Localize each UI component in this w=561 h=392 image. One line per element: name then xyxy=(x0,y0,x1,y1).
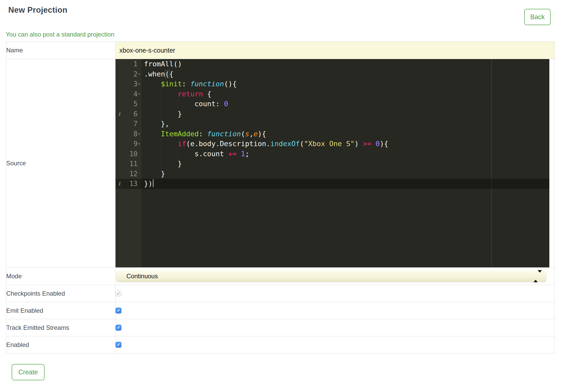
gutter-line: 12 xyxy=(116,169,141,179)
code-line: } xyxy=(141,159,549,169)
code-token: 0 xyxy=(224,100,228,108)
emit-enabled-label: Emit Enabled xyxy=(6,302,116,319)
line-number: 2 xyxy=(133,69,138,79)
code-token: >= xyxy=(363,140,371,148)
line-number: 4 xyxy=(133,89,138,99)
mode-label: Mode xyxy=(6,268,116,285)
gutter-line: 1 xyxy=(116,59,141,69)
code-token: count: xyxy=(144,100,224,108)
source-row: Source 12345i6789101112i13 fromAll().whe… xyxy=(6,59,555,268)
code-token: } xyxy=(144,110,182,118)
code-token: : xyxy=(199,130,207,138)
checkmark-icon: ✓ xyxy=(117,291,120,296)
code-token: }) xyxy=(144,180,153,188)
code-token: s xyxy=(245,130,249,138)
name-row: Name xyxy=(6,42,555,59)
line-number: 7 xyxy=(133,119,138,129)
editor-code-area[interactable]: fromAll().when({ $init: function(){ retu… xyxy=(141,59,549,267)
code-token xyxy=(144,90,178,98)
enabled-checkbox[interactable]: ✓ xyxy=(116,342,121,348)
source-code-editor[interactable]: 12345i6789101112i13 fromAll().when({ $in… xyxy=(116,59,549,267)
code-token xyxy=(144,80,161,88)
gutter-line: 5 xyxy=(116,99,141,109)
gutter-line: 3 xyxy=(116,79,141,89)
back-button[interactable]: Back xyxy=(524,9,551,25)
info-icon: i xyxy=(119,109,120,119)
standard-projection-link[interactable]: You can also post a standard projection xyxy=(6,31,114,38)
gutter-line: 7 xyxy=(116,119,141,129)
fold-arrow-icon[interactable] xyxy=(138,83,141,85)
gutter-line: 11 xyxy=(116,159,141,169)
code-token: fromAll() xyxy=(144,60,182,68)
name-input[interactable] xyxy=(116,42,555,59)
gutter-line: 4 xyxy=(116,89,141,99)
line-number: 9 xyxy=(133,139,138,149)
code-line: } xyxy=(141,169,549,179)
page-title: New Projection xyxy=(8,5,561,15)
code-line: return { xyxy=(141,89,549,99)
source-label: Source xyxy=(6,59,116,268)
code-token: "Xbox One S" xyxy=(304,140,355,148)
code-token: ( xyxy=(241,130,245,138)
track-emitted-streams-checkbox[interactable]: ✓ xyxy=(116,325,121,331)
select-arrows-icon xyxy=(534,270,542,282)
info-icon: i xyxy=(119,179,120,189)
code-token: ){ xyxy=(380,140,388,148)
line-number: 3 xyxy=(133,79,138,89)
code-token: 0 xyxy=(376,140,380,148)
code-token: indexOf xyxy=(270,140,300,148)
code-line: ItemAdded: function(s,e){ xyxy=(141,129,549,139)
fold-arrow-icon[interactable] xyxy=(138,73,141,75)
code-line: $init: function(){ xyxy=(141,79,549,89)
line-number: 12 xyxy=(130,169,138,179)
code-token: (e.body.Description. xyxy=(186,140,270,148)
track-emitted-streams-row: Track Emitted Streams ✓ xyxy=(6,319,555,336)
fold-arrow-icon[interactable] xyxy=(138,93,141,95)
code-token: }, xyxy=(144,120,169,128)
code-token: (){ xyxy=(224,80,237,88)
code-line: fromAll() xyxy=(141,59,549,69)
new-projection-page: New Projection Back You can also post a … xyxy=(0,5,561,392)
line-number: 11 xyxy=(130,159,138,169)
fold-arrow-icon[interactable] xyxy=(138,133,141,135)
code-token: { xyxy=(169,70,174,78)
checkpoints-enabled-row: Checkpoints Enabled ✓ xyxy=(6,285,555,302)
fold-arrow-icon[interactable] xyxy=(138,143,141,145)
gutter-line: i6 xyxy=(116,109,141,119)
code-token xyxy=(237,150,241,158)
code-token: ; xyxy=(245,150,249,158)
mode-select-value: Continuous xyxy=(126,273,158,280)
code-token: $init xyxy=(161,80,182,88)
line-number: 5 xyxy=(133,99,138,109)
code-line: } xyxy=(141,109,549,119)
code-token: ) xyxy=(355,140,363,148)
gutter-line: 10 xyxy=(116,149,141,159)
checkmark-icon: ✓ xyxy=(117,308,120,313)
code-token xyxy=(144,140,178,148)
code-line: .when({ xyxy=(141,69,549,79)
gutter-line: i13 xyxy=(116,179,141,189)
text-cursor xyxy=(153,179,154,187)
code-token: function xyxy=(190,80,224,88)
code-line: }, xyxy=(141,119,549,129)
matched-bracket: ( xyxy=(165,70,169,78)
name-value-cell xyxy=(116,42,555,59)
create-button[interactable]: Create xyxy=(12,364,45,380)
checkpoints-enabled-cell: ✓ xyxy=(116,285,555,302)
track-emitted-streams-cell: ✓ xyxy=(116,319,555,336)
mode-select[interactable]: Continuous xyxy=(116,270,546,282)
code-line: count: 0 xyxy=(141,99,549,109)
enabled-cell: ✓ xyxy=(116,336,555,353)
code-token xyxy=(371,140,376,148)
code-token xyxy=(144,130,161,138)
line-number: 1 xyxy=(133,59,138,69)
line-number: 8 xyxy=(133,129,138,139)
checkpoints-enabled-label: Checkpoints Enabled xyxy=(6,285,116,302)
gutter-line: 2 xyxy=(116,69,141,79)
emit-enabled-row: Emit Enabled ✓ xyxy=(6,302,555,319)
emit-enabled-checkbox[interactable]: ✓ xyxy=(116,308,121,313)
projection-form-table: Name Source 12345i6789101112i13 fromAll(… xyxy=(6,41,555,353)
track-emitted-streams-label: Track Emitted Streams xyxy=(6,319,116,336)
code-token: } xyxy=(144,170,165,178)
gutter-line: 9 xyxy=(116,139,141,149)
